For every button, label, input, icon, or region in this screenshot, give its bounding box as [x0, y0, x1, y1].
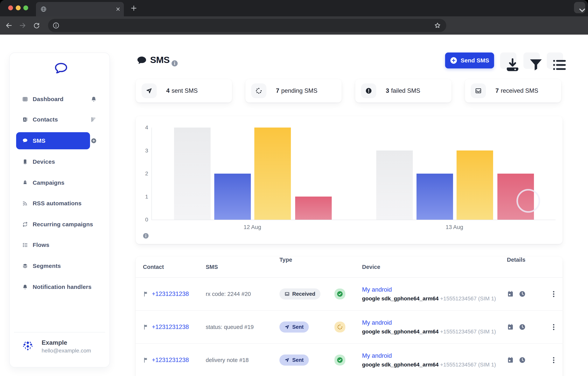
window-close-button[interactable]	[8, 5, 13, 10]
sidebar-item-label: Contacts	[33, 116, 58, 123]
type-badge-received: Received	[279, 289, 320, 300]
contact-link[interactable]: +1231231238	[152, 324, 189, 331]
title-info-icon[interactable]	[171, 60, 178, 67]
window-minimize-button[interactable]	[16, 5, 21, 10]
sidebar-item-flows[interactable]: Flows	[16, 236, 90, 253]
browser-toolbar	[0, 16, 588, 35]
status-success-icon	[335, 289, 345, 299]
new-tab-icon[interactable]	[130, 4, 138, 12]
window-zoom-button[interactable]	[23, 5, 28, 10]
stat-text: 7received SMS	[495, 79, 538, 103]
device-details: google sdk_gphone64_arm64 +15551234567 (…	[362, 295, 507, 302]
tab-strip	[0, 0, 588, 16]
filter-button[interactable]	[524, 52, 540, 69]
column-header-device: Device	[362, 264, 507, 270]
device-link[interactable]: My android	[362, 319, 507, 326]
rocket-icon	[22, 180, 28, 186]
status-success-icon	[335, 355, 345, 366]
sidebar-item-devices[interactable]: Devices	[16, 153, 90, 170]
forward-icon[interactable]	[19, 21, 26, 29]
send-sms-button[interactable]: Send SMS	[445, 52, 494, 68]
table-row: +1231231238status: queued #19SentMy andr…	[136, 311, 563, 344]
sidebar-item-label: Campaigns	[33, 179, 64, 186]
y-axis-tick: 2	[137, 170, 148, 177]
device-details: google sdk_gphone64_arm64 +15551234567 (…	[362, 362, 507, 368]
y-axis-tick: 4	[137, 125, 148, 131]
sidebar-item-label: Recurring campaigns	[33, 221, 93, 228]
clock-icon	[519, 324, 526, 331]
flag-icon	[143, 291, 149, 297]
bell-icon	[22, 284, 28, 290]
bookmark-star-icon[interactable]	[434, 22, 441, 29]
sidebar-item-campaigns[interactable]: Campaigns	[16, 174, 90, 191]
contacts-icon	[22, 117, 28, 123]
inbox-icon	[471, 84, 486, 98]
browser-tab[interactable]	[36, 2, 124, 16]
send-icon	[284, 357, 290, 363]
sidebar-item-segments[interactable]: Segments	[16, 257, 90, 274]
list-view-button[interactable]	[547, 52, 563, 69]
sms-text: delivery note #18	[206, 357, 279, 363]
sidebar: DashboardContactsSMSDevicesCampaignsRSS …	[9, 52, 110, 367]
type-badge-sent: Sent	[279, 322, 309, 333]
stat-card-failed-SMS: 3failed SMS	[355, 79, 452, 103]
layers-icon	[22, 263, 28, 269]
bar-yellow-12-Aug	[254, 127, 291, 220]
sidebar-item-dashboard[interactable]: Dashboard	[16, 91, 90, 108]
bar-blue-13-Aug	[417, 174, 453, 220]
clock-icon	[519, 291, 526, 297]
plus-circle-icon	[450, 57, 458, 64]
sidebar-item-label: RSS automations	[33, 200, 82, 207]
tab-close-icon[interactable]	[115, 6, 121, 12]
sidebar-item-contacts[interactable]: Contacts	[16, 111, 90, 128]
sidebar-item-rss-automations[interactable]: RSS automations	[16, 195, 90, 212]
bell-icon[interactable]	[91, 96, 97, 102]
flag-icon	[143, 324, 149, 330]
row-menu-kebab-icon[interactable]	[551, 322, 556, 332]
back-icon[interactable]	[5, 21, 13, 29]
repeat-icon	[22, 221, 28, 227]
bar-gray-12-Aug	[174, 127, 210, 220]
page-content: DashboardContactsSMSDevicesCampaignsRSS …	[0, 35, 588, 376]
sidebar-divider	[14, 332, 105, 333]
stat-card-pending-SMS: 7pending SMS	[245, 79, 342, 103]
device-link[interactable]: My android	[362, 352, 507, 359]
globe-icon	[40, 6, 47, 12]
reload-icon[interactable]	[33, 21, 41, 29]
chart-info-icon[interactable]	[142, 232, 149, 239]
site-info-icon[interactable]	[52, 22, 60, 29]
sidebar-item-sms[interactable]: SMS	[16, 132, 90, 149]
bar-chart-icon[interactable]	[91, 116, 97, 123]
contact-link[interactable]: +1231231238	[152, 291, 189, 297]
user-card[interactable]: Example hello@example.com	[10, 335, 110, 358]
sidebar-item-label: Flows	[33, 242, 49, 248]
export-download-button[interactable]	[500, 52, 516, 69]
row-menu-kebab-icon[interactable]	[551, 289, 556, 299]
device-link[interactable]: My android	[362, 286, 507, 293]
chevron-down-icon[interactable]	[574, 2, 585, 13]
url-bar[interactable]	[48, 19, 446, 32]
sidebar-item-label: Dashboard	[33, 96, 63, 103]
plus-circle-icon[interactable]	[91, 138, 97, 144]
browser-window: DashboardContactsSMSDevicesCampaignsRSS …	[0, 0, 588, 376]
stat-card-received-SMS: 7received SMS	[465, 79, 561, 103]
column-header-type: Type	[279, 257, 362, 277]
sms-text: rx code: 2244 #20	[206, 291, 279, 297]
inbox-icon	[284, 292, 290, 297]
sms-text: status: queued #19	[206, 324, 279, 330]
stat-text: 3failed SMS	[386, 79, 420, 103]
sidebar-item-recurring-campaigns[interactable]: Recurring campaigns	[16, 216, 90, 233]
sidebar-item-label: Segments	[33, 263, 61, 269]
alert-icon	[361, 84, 376, 98]
contact-link[interactable]: +1231231238	[152, 356, 189, 364]
spinner-icon	[251, 84, 266, 98]
avatar	[21, 338, 35, 353]
calendar-icon	[507, 324, 514, 331]
calendar-icon	[507, 291, 514, 297]
column-header-sms: SMS	[206, 264, 279, 270]
row-menu-kebab-icon[interactable]	[551, 355, 556, 365]
table-row: +1231231238delivery note #18SentMy andro…	[136, 344, 563, 376]
sidebar-item-notification-handlers[interactable]: Notification handlers	[16, 278, 90, 295]
flag-icon	[143, 357, 149, 363]
bar-chart-plot	[151, 127, 556, 220]
